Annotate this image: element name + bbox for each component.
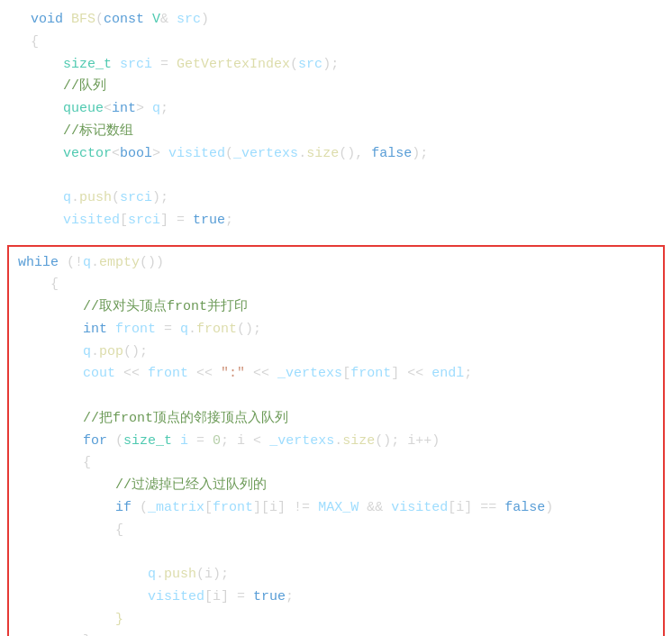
token: 0 — [213, 431, 221, 453]
token — [18, 564, 148, 586]
token — [31, 187, 63, 210]
token: while — [18, 252, 67, 275]
token: front — [196, 319, 237, 341]
token: BFS — [71, 9, 95, 32]
token: } — [18, 631, 91, 636]
hl-line-16: } — [9, 609, 663, 631]
token: src — [177, 9, 201, 32]
token: ( — [140, 497, 148, 520]
token: = — [196, 431, 213, 453]
token: { — [18, 520, 123, 542]
token: (i); — [196, 564, 229, 586]
token: ( — [225, 143, 233, 166]
token — [31, 143, 63, 166]
token: _vertexs — [269, 431, 334, 453]
token: vector — [63, 143, 112, 166]
token: } — [115, 609, 123, 631]
token: = — [164, 319, 180, 341]
token: bool — [120, 143, 152, 166]
token: [ — [342, 363, 350, 386]
code-block-before: void BFS(const V& src) { size_t srci = G… — [0, 0, 672, 241]
token: false — [504, 497, 545, 520]
token: push — [164, 564, 196, 586]
token: [i] == — [448, 497, 504, 520]
token: ; — [225, 210, 233, 232]
token: front — [148, 363, 196, 386]
hl-line-6: cout << front << ":" << _vertexs[front] … — [9, 363, 663, 386]
token: size_t — [63, 54, 112, 77]
hl-line-11: //过滤掉已经入过队列的 — [9, 475, 663, 497]
token: visited — [168, 143, 225, 166]
token: ); — [152, 187, 168, 210]
token — [31, 98, 63, 121]
token: q — [148, 564, 156, 586]
token: ( — [115, 431, 123, 453]
token — [18, 541, 26, 564]
token: front — [213, 497, 253, 520]
hl-line-15: visited[i] = true; — [9, 586, 663, 609]
token: queue — [63, 98, 104, 121]
token: . — [188, 319, 196, 341]
hl-line-8: //把front顶点的邻接顶点入队列 — [9, 408, 663, 431]
line-2: { — [14, 32, 658, 54]
token — [18, 363, 83, 386]
token: _matrix — [148, 497, 204, 520]
hl-line-4: int front = q.front(); — [9, 319, 663, 341]
token: q — [63, 187, 71, 210]
token: & — [160, 9, 177, 32]
token: ( — [95, 9, 104, 32]
line-7: vector<bool> visited(_vertexs.size(), fa… — [14, 143, 658, 166]
token: (); — [123, 341, 148, 364]
token: pop — [99, 341, 123, 364]
token: //取对头顶点front并打印 — [83, 296, 248, 319]
token: ][i] != — [253, 497, 318, 520]
token: empty — [99, 252, 140, 275]
token: true — [193, 210, 225, 232]
token — [18, 431, 83, 453]
token: size_t — [123, 431, 172, 453]
token: for — [83, 431, 115, 453]
token: [i] = — [204, 586, 253, 609]
token — [31, 165, 39, 187]
code-container: void BFS(const V& src) { size_t srci = G… — [0, 0, 672, 636]
token — [31, 76, 63, 98]
hl-line-17: } — [9, 631, 663, 636]
token: void — [31, 9, 71, 32]
token: false — [371, 143, 412, 166]
token: visited — [148, 586, 204, 609]
token: const — [104, 9, 152, 32]
token: srci — [120, 187, 152, 210]
token: endl — [431, 363, 464, 386]
token: ; i < — [221, 431, 269, 453]
line-6: //标记数组 — [14, 121, 658, 143]
token: . — [91, 341, 99, 364]
line-10: visited[srci] = true; — [14, 210, 658, 232]
token: ); — [322, 54, 339, 77]
token: visited — [63, 210, 120, 232]
hl-line-7 — [9, 386, 663, 408]
token: push — [79, 187, 112, 210]
line-4: //队列 — [14, 76, 658, 98]
token: size — [342, 431, 375, 453]
token: ( — [290, 54, 298, 77]
hl-line-10: { — [9, 452, 663, 475]
token — [18, 497, 115, 520]
token: << — [123, 363, 148, 386]
token: ) — [545, 497, 553, 520]
token: ; — [464, 363, 472, 386]
token: . — [156, 564, 164, 586]
token: { — [18, 452, 91, 475]
token: && — [359, 497, 391, 520]
token: int — [83, 319, 115, 341]
token: q — [83, 341, 91, 364]
token: << — [196, 363, 221, 386]
token: front — [115, 319, 164, 341]
token — [18, 408, 83, 431]
token: _vertexs — [233, 143, 298, 166]
token: front — [350, 363, 391, 386]
token: //把front顶点的邻接顶点入队列 — [83, 408, 288, 431]
line-3: size_t srci = GetVertexIndex(src); — [14, 54, 658, 77]
token: [ — [204, 497, 213, 520]
token: < — [112, 143, 120, 166]
line-5: queue<int> q; — [14, 98, 658, 121]
